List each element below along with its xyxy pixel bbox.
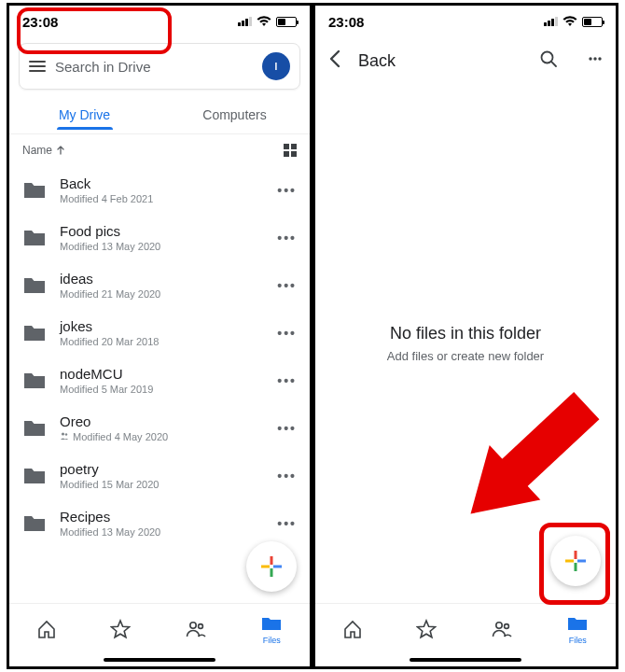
folder-row[interactable]: nodeMCUModified 5 Mar 2019••• <box>9 357 310 404</box>
nav-starred[interactable] <box>110 619 131 639</box>
chevron-left-icon <box>328 49 341 68</box>
empty-folder-state: No files in this folder Add files or cre… <box>315 84 616 603</box>
empty-subtitle: Add files or create new folder <box>387 349 544 363</box>
svg-point-10 <box>589 57 591 60</box>
svg-point-20 <box>504 623 508 628</box>
svg-point-11 <box>593 57 596 60</box>
folder-subtitle: Modified 5 Mar 2019 <box>60 384 264 395</box>
svg-point-0 <box>62 432 64 435</box>
folder-subtitle: Modified 15 Mar 2020 <box>60 479 264 490</box>
status-bar: 23:08 <box>315 6 616 37</box>
folder-row[interactable]: OreoModified 4 May 2020••• <box>9 404 310 452</box>
svg-point-19 <box>496 622 502 627</box>
folder-subtitle: Modified 4 Feb 2021 <box>60 193 264 204</box>
nav-home[interactable] <box>36 619 57 639</box>
svg-rect-2 <box>271 556 273 565</box>
folder-name: Food pics <box>60 223 264 239</box>
folder-header: Back <box>315 37 616 84</box>
folder-row[interactable]: ideasModified 21 May 2020••• <box>9 261 310 309</box>
nav-shared[interactable] <box>185 619 207 639</box>
svg-point-7 <box>198 623 202 628</box>
clock: 23:08 <box>328 14 364 30</box>
account-avatar[interactable]: I <box>262 52 290 80</box>
home-indicator <box>315 653 616 666</box>
row-overflow-button[interactable]: ••• <box>277 469 297 483</box>
search-button[interactable] <box>539 49 558 72</box>
svg-rect-5 <box>273 566 282 568</box>
cell-signal-icon <box>238 17 252 26</box>
people-icon <box>185 619 207 639</box>
star-icon <box>110 619 131 639</box>
folder-icon <box>22 418 47 439</box>
home-icon <box>342 619 363 639</box>
svg-rect-17 <box>565 560 574 563</box>
folder-title: Back <box>358 51 522 71</box>
folder-icon <box>22 513 47 534</box>
folder-name: poetry <box>60 461 264 477</box>
folder-name: nodeMCU <box>60 366 264 382</box>
row-overflow-button[interactable]: ••• <box>277 278 297 293</box>
folder-subtitle: Modified 13 May 2020 <box>60 526 264 538</box>
nav-files[interactable]: Files <box>566 613 589 645</box>
view-toggle-grid-icon[interactable] <box>284 144 297 157</box>
folder-icon <box>22 466 47 486</box>
bottom-nav: Files <box>315 603 616 653</box>
overflow-menu-button[interactable] <box>588 49 603 72</box>
search-bar[interactable]: Search in Drive I <box>19 43 300 90</box>
folder-icon <box>22 323 47 343</box>
row-overflow-button[interactable]: ••• <box>277 373 297 388</box>
home-icon <box>36 619 57 639</box>
svg-point-12 <box>598 57 601 60</box>
folder-row[interactable]: Food picsModified 13 May 2020••• <box>9 214 310 261</box>
shared-icon <box>60 431 69 442</box>
svg-rect-18 <box>577 560 586 563</box>
nav-starred[interactable] <box>416 619 437 639</box>
svg-point-6 <box>190 622 196 627</box>
drive-home-screen: 23:08 Search in Drive I My Drive Compute… <box>7 3 312 669</box>
battery-icon <box>276 17 297 27</box>
folder-row[interactable]: BackModified 4 Feb 2021••• <box>9 166 310 214</box>
add-fab-button[interactable] <box>550 536 601 586</box>
sort-button[interactable]: Name <box>22 144 65 157</box>
clock: 23:08 <box>22 14 58 30</box>
folder-name: Oreo <box>60 413 264 429</box>
wifi-icon <box>562 16 577 27</box>
folder-row[interactable]: RecipesModified 13 May 2020••• <box>9 499 310 547</box>
folder-row[interactable]: poetryModified 15 Mar 2020••• <box>9 452 310 499</box>
nav-shared[interactable] <box>491 619 513 639</box>
row-overflow-button[interactable]: ••• <box>277 231 297 245</box>
hamburger-menu-icon[interactable] <box>29 61 46 72</box>
search-placeholder: Search in Drive <box>55 59 253 75</box>
svg-rect-16 <box>575 563 577 571</box>
arrow-up-icon <box>56 146 65 155</box>
nav-files[interactable]: Files <box>260 613 283 645</box>
star-icon <box>416 619 437 639</box>
nav-home[interactable] <box>342 619 363 639</box>
folder-icon <box>260 613 283 634</box>
folder-icon <box>22 371 47 391</box>
folder-subtitle: Modified 4 May 2020 <box>60 431 264 442</box>
row-overflow-button[interactable]: ••• <box>277 326 297 341</box>
tab-my-drive[interactable]: My Drive <box>9 100 160 130</box>
folder-name: Recipes <box>60 509 264 525</box>
sort-row: Name <box>9 134 310 166</box>
folder-icon <box>22 228 47 248</box>
folder-icon <box>22 180 47 201</box>
location-tabs: My Drive Computers <box>9 95 310 134</box>
svg-rect-4 <box>261 566 270 568</box>
wifi-icon <box>257 16 271 27</box>
row-overflow-button[interactable]: ••• <box>277 516 297 531</box>
folder-subtitle: Modified 21 May 2020 <box>60 288 264 300</box>
svg-rect-3 <box>271 568 273 577</box>
row-overflow-button[interactable]: ••• <box>277 421 297 436</box>
cell-signal-icon <box>544 17 558 26</box>
folder-row[interactable]: jokesModified 20 Mar 2018••• <box>9 309 310 357</box>
file-list: BackModified 4 Feb 2021•••Food picsModif… <box>9 166 310 603</box>
row-overflow-button[interactable]: ••• <box>277 183 297 198</box>
folder-subtitle: Modified 20 Mar 2018 <box>60 336 264 347</box>
folder-name: ideas <box>60 271 264 287</box>
tab-computers[interactable]: Computers <box>160 100 310 130</box>
add-fab-button[interactable] <box>246 541 297 592</box>
svg-point-1 <box>65 433 67 435</box>
back-button[interactable] <box>328 49 341 72</box>
